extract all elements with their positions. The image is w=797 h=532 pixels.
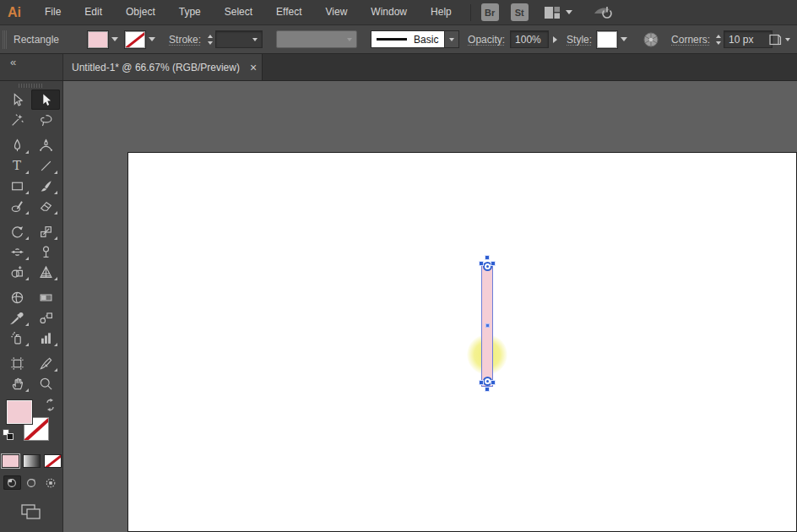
style-chevron-icon[interactable] (621, 37, 627, 41)
stock-button[interactable]: St (511, 3, 529, 21)
color-buttons (0, 454, 62, 468)
collapse-panel-icon[interactable]: « (10, 56, 14, 68)
workspace-switcher-icon (544, 6, 561, 19)
fill-chevron-icon[interactable] (111, 37, 118, 41)
control-bar-grip[interactable] (3, 30, 7, 49)
app-logo: Ai (8, 5, 21, 20)
artboard[interactable] (127, 152, 797, 532)
rotate-tool[interactable] (3, 221, 31, 242)
shaper-tool[interactable] (3, 196, 31, 216)
document-tab[interactable]: Untitled-1* @ 66.67% (RGB/Preview) × (63, 54, 263, 80)
artboard-tool[interactable] (3, 353, 31, 373)
gradient-tool[interactable] (31, 287, 60, 307)
brush-chevron-icon[interactable] (445, 30, 459, 48)
line-tool[interactable] (31, 155, 60, 176)
selection-handle-top-left[interactable] (479, 261, 484, 266)
selection-tool[interactable] (31, 90, 60, 110)
hand-tool[interactable] (3, 373, 31, 394)
control-bar: Rectangle Stroke: Basic Opacity: 100% St… (0, 25, 797, 54)
corners-label[interactable]: Corners: (671, 34, 710, 46)
draw-normal-mode[interactable] (3, 475, 21, 490)
menu-view[interactable]: View (314, 0, 360, 24)
menu-type[interactable]: Type (167, 0, 213, 24)
eyedropper-tool[interactable] (3, 307, 31, 328)
fill-color-swatch[interactable] (88, 31, 108, 48)
selection-handle-bottom-center[interactable] (485, 387, 490, 392)
tool-grid: T (0, 90, 62, 394)
column-graph-tool[interactable] (31, 328, 60, 348)
paintbrush-tool[interactable] (31, 176, 60, 196)
fill-color-button[interactable] (2, 454, 19, 468)
fill-proxy-swatch[interactable] (7, 400, 32, 424)
draw-behind-mode[interactable] (23, 475, 41, 490)
panel-dock-chevron-icon (785, 38, 790, 41)
lasso-tool[interactable] (31, 110, 60, 130)
selection-handle-top-right[interactable] (491, 261, 496, 266)
fill-stroke-indicator (0, 399, 62, 446)
canvas[interactable] (63, 81, 797, 532)
corners-field[interactable]: 10 px (724, 30, 773, 48)
menu-window[interactable]: Window (359, 0, 419, 24)
puppet-warp-tool[interactable] (31, 242, 60, 262)
swap-fill-stroke-icon[interactable] (44, 399, 57, 411)
default-fill-stroke-icon[interactable] (3, 429, 14, 440)
draw-inside-mode[interactable] (42, 475, 60, 490)
screen-mode-button[interactable] (0, 503, 62, 520)
selection-handle-top-center[interactable] (485, 255, 490, 260)
menu-items: FileEditObjectTypeSelectEffectViewWindow… (33, 0, 464, 24)
menu-help[interactable]: Help (419, 0, 464, 24)
menu-select[interactable]: Select (213, 0, 264, 24)
stroke-weight-label[interactable]: Stroke: (169, 34, 201, 46)
blend-tool[interactable] (31, 307, 60, 328)
graphic-style-label[interactable]: Style: (567, 34, 592, 46)
rectangle-tool[interactable] (3, 176, 31, 196)
selection-handle-bottom-left[interactable] (479, 380, 484, 385)
zoom-tool[interactable] (31, 373, 60, 394)
perspective-grid-tool[interactable] (31, 262, 60, 282)
brush-definition-dropdown[interactable]: Basic (371, 30, 459, 48)
quick-buttons: BrSt (481, 3, 529, 21)
chevron-down-icon[interactable] (566, 10, 572, 14)
menu-object[interactable]: Object (114, 0, 167, 24)
menu-divider (470, 4, 471, 21)
shape-builder-tool[interactable] (3, 262, 31, 282)
corners-stepper[interactable] (713, 30, 724, 49)
opacity-expand-icon[interactable] (549, 30, 561, 48)
stroke-weight-field[interactable] (215, 30, 263, 48)
pen-tool[interactable] (3, 135, 31, 155)
menu-edit[interactable]: Edit (73, 0, 114, 24)
eraser-tool[interactable] (31, 196, 60, 216)
brush-definition-value: Basic (414, 34, 438, 46)
object-center-point[interactable] (485, 323, 490, 328)
scale-tool[interactable] (31, 221, 60, 242)
mesh-tool[interactable] (3, 287, 31, 307)
workspace-switcher[interactable] (544, 6, 572, 19)
panel-dock-control[interactable] (767, 32, 790, 47)
opacity-field[interactable]: 100% (510, 30, 549, 48)
curvature-tool[interactable] (31, 135, 60, 155)
none-button[interactable] (44, 454, 62, 468)
symbol-sprayer-tool[interactable] (3, 328, 31, 348)
stroke-weight-stepper[interactable] (205, 30, 215, 49)
gradient-button[interactable] (23, 454, 41, 468)
brush-stroke-preview (377, 38, 407, 41)
tools-panel-grip[interactable] (19, 84, 44, 88)
graphic-style-swatch[interactable] (597, 31, 617, 48)
type-tool[interactable]: T (3, 155, 31, 176)
variable-width-profile-dropdown (276, 30, 357, 48)
menu-bar: Ai FileEditObjectTypeSelectEffectViewWin… (0, 0, 797, 25)
menu-effect[interactable]: Effect (264, 0, 313, 24)
tab-close-icon[interactable]: × (250, 62, 257, 73)
slice-tool[interactable] (31, 353, 60, 373)
direct-selection-tool[interactable] (3, 90, 31, 110)
sync-status[interactable] (593, 4, 615, 21)
width-tool[interactable] (3, 242, 31, 262)
stroke-color-swatch[interactable] (125, 31, 145, 48)
stroke-chevron-icon[interactable] (149, 37, 155, 41)
opacity-label[interactable]: Opacity: (468, 34, 505, 46)
selection-handle-bottom-right[interactable] (491, 380, 496, 385)
magic-wand-tool[interactable] (3, 110, 31, 130)
recolor-artwork-icon[interactable] (642, 31, 659, 48)
bridge-button[interactable]: Br (481, 3, 499, 21)
menu-file[interactable]: File (33, 0, 73, 24)
